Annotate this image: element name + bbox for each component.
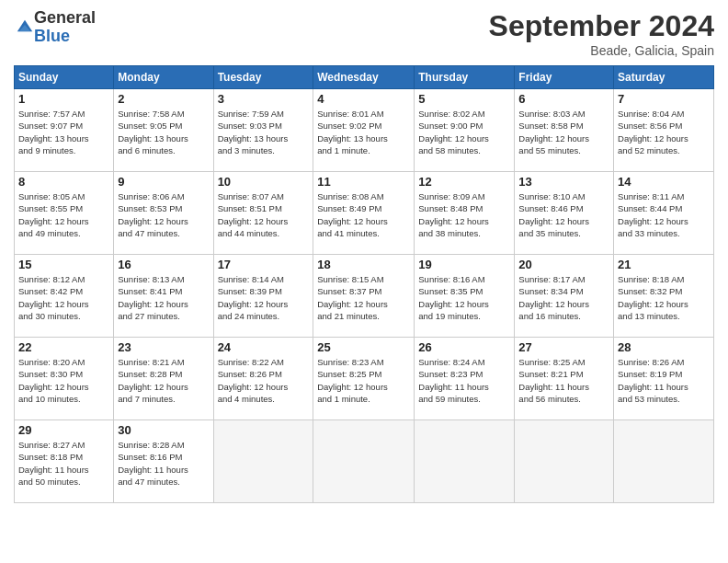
day-info: Sunrise: 8:23 AMSunset: 8:25 PMDaylight:…	[317, 356, 410, 405]
calendar-cell: 3Sunrise: 7:59 AMSunset: 9:03 PMDaylight…	[213, 89, 313, 172]
logo-text: General Blue	[34, 9, 96, 46]
logo: General Blue	[14, 9, 96, 46]
day-info: Sunrise: 8:06 AMSunset: 8:53 PMDaylight:…	[118, 190, 209, 239]
day-info: Sunrise: 8:09 AMSunset: 8:48 PMDaylight:…	[418, 190, 510, 239]
header: General Blue September 2024 Beade, Galic…	[14, 9, 714, 58]
logo-blue: Blue	[34, 27, 70, 45]
calendar-cell: 24Sunrise: 8:22 AMSunset: 8:26 PMDayligh…	[213, 338, 313, 420]
day-number: 17	[218, 258, 310, 271]
day-number: 18	[317, 258, 410, 271]
calendar-cell: 12Sunrise: 8:09 AMSunset: 8:48 PMDayligh…	[415, 172, 515, 255]
calendar-cell: 11Sunrise: 8:08 AMSunset: 8:49 PMDayligh…	[313, 172, 415, 255]
day-info: Sunrise: 8:07 AMSunset: 8:51 PMDaylight:…	[218, 190, 310, 239]
day-info: Sunrise: 7:57 AMSunset: 9:07 PMDaylight:…	[18, 108, 109, 156]
day-number: 20	[518, 258, 609, 271]
day-number: 1	[18, 92, 109, 106]
calendar-week-row: 1Sunrise: 7:57 AMSunset: 9:07 PMDaylight…	[15, 89, 714, 172]
day-info: Sunrise: 8:04 AMSunset: 8:56 PMDaylight:…	[618, 108, 710, 156]
day-info: Sunrise: 8:03 AMSunset: 8:58 PMDaylight:…	[518, 108, 609, 156]
calendar-cell: 9Sunrise: 8:06 AMSunset: 8:53 PMDaylight…	[114, 172, 213, 255]
day-number: 13	[518, 175, 609, 189]
day-number: 30	[118, 423, 209, 437]
day-info: Sunrise: 8:17 AMSunset: 8:34 PMDaylight:…	[518, 273, 609, 322]
page: General Blue September 2024 Beade, Galic…	[0, 0, 728, 563]
day-number: 9	[118, 175, 209, 189]
col-header-wednesday: Wednesday	[313, 66, 415, 89]
day-number: 8	[18, 175, 109, 189]
calendar-cell	[515, 420, 614, 503]
month-title: September 2024	[489, 9, 714, 43]
calendar-table: SundayMondayTuesdayWednesdayThursdayFrid…	[14, 65, 714, 503]
day-number: 28	[618, 340, 710, 354]
calendar-cell: 20Sunrise: 8:17 AMSunset: 8:34 PMDayligh…	[515, 255, 614, 338]
col-header-sunday: Sunday	[15, 66, 114, 89]
day-info: Sunrise: 8:10 AMSunset: 8:46 PMDaylight:…	[518, 190, 609, 239]
day-info: Sunrise: 8:11 AMSunset: 8:44 PMDaylight:…	[618, 190, 710, 239]
title-block: September 2024 Beade, Galicia, Spain	[489, 9, 714, 58]
day-info: Sunrise: 8:27 AMSunset: 8:18 PMDaylight:…	[18, 439, 109, 488]
day-info: Sunrise: 8:18 AMSunset: 8:32 PMDaylight:…	[618, 273, 710, 322]
day-info: Sunrise: 8:15 AMSunset: 8:37 PMDaylight:…	[317, 273, 410, 322]
day-number: 21	[618, 258, 710, 271]
col-header-saturday: Saturday	[614, 66, 714, 89]
day-number: 22	[18, 340, 109, 354]
day-number: 15	[18, 258, 109, 271]
day-number: 7	[618, 92, 710, 106]
calendar-body: 1Sunrise: 7:57 AMSunset: 9:07 PMDaylight…	[15, 89, 714, 503]
calendar-cell: 25Sunrise: 8:23 AMSunset: 8:25 PMDayligh…	[313, 338, 415, 420]
calendar-week-row: 22Sunrise: 8:20 AMSunset: 8:30 PMDayligh…	[15, 338, 714, 420]
day-info: Sunrise: 8:28 AMSunset: 8:16 PMDaylight:…	[118, 439, 209, 488]
day-number: 26	[418, 340, 510, 354]
calendar-cell: 8Sunrise: 8:05 AMSunset: 8:55 PMDaylight…	[15, 172, 114, 255]
day-number: 19	[418, 258, 510, 271]
calendar-week-row: 15Sunrise: 8:12 AMSunset: 8:42 PMDayligh…	[15, 255, 714, 338]
day-info: Sunrise: 8:16 AMSunset: 8:35 PMDaylight:…	[418, 273, 510, 322]
calendar-week-row: 8Sunrise: 8:05 AMSunset: 8:55 PMDaylight…	[15, 172, 714, 255]
calendar-cell: 7Sunrise: 8:04 AMSunset: 8:56 PMDaylight…	[614, 89, 714, 172]
calendar-header: SundayMondayTuesdayWednesdayThursdayFrid…	[15, 66, 714, 89]
day-number: 23	[118, 340, 209, 354]
day-info: Sunrise: 8:12 AMSunset: 8:42 PMDaylight:…	[18, 273, 109, 322]
day-info: Sunrise: 8:01 AMSunset: 9:02 PMDaylight:…	[317, 108, 410, 156]
day-info: Sunrise: 8:13 AMSunset: 8:41 PMDaylight:…	[118, 273, 209, 322]
col-header-thursday: Thursday	[415, 66, 515, 89]
location-subtitle: Beade, Galicia, Spain	[489, 43, 714, 58]
day-info: Sunrise: 8:14 AMSunset: 8:39 PMDaylight:…	[218, 273, 310, 322]
logo-icon	[16, 17, 34, 35]
day-number: 29	[18, 423, 109, 437]
day-number: 11	[317, 175, 410, 189]
col-header-monday: Monday	[114, 66, 213, 89]
day-info: Sunrise: 7:59 AMSunset: 9:03 PMDaylight:…	[218, 108, 310, 156]
calendar-cell	[313, 420, 415, 503]
day-info: Sunrise: 8:05 AMSunset: 8:55 PMDaylight:…	[18, 190, 109, 239]
calendar-cell: 26Sunrise: 8:24 AMSunset: 8:23 PMDayligh…	[415, 338, 515, 420]
day-info: Sunrise: 8:02 AMSunset: 9:00 PMDaylight:…	[418, 108, 510, 156]
col-header-tuesday: Tuesday	[213, 66, 313, 89]
day-number: 14	[618, 175, 710, 189]
day-info: Sunrise: 8:08 AMSunset: 8:49 PMDaylight:…	[317, 190, 410, 239]
header-row: SundayMondayTuesdayWednesdayThursdayFrid…	[15, 66, 714, 89]
calendar-week-row: 29Sunrise: 8:27 AMSunset: 8:18 PMDayligh…	[15, 420, 714, 503]
calendar-cell	[614, 420, 714, 503]
col-header-friday: Friday	[515, 66, 614, 89]
calendar-cell: 2Sunrise: 7:58 AMSunset: 9:05 PMDaylight…	[114, 89, 213, 172]
calendar-cell: 10Sunrise: 8:07 AMSunset: 8:51 PMDayligh…	[213, 172, 313, 255]
day-info: Sunrise: 8:21 AMSunset: 8:28 PMDaylight:…	[118, 356, 209, 405]
logo-general: General	[34, 8, 96, 27]
day-number: 12	[418, 175, 510, 189]
calendar-cell: 21Sunrise: 8:18 AMSunset: 8:32 PMDayligh…	[614, 255, 714, 338]
day-info: Sunrise: 8:25 AMSunset: 8:21 PMDaylight:…	[518, 356, 609, 405]
calendar-cell: 19Sunrise: 8:16 AMSunset: 8:35 PMDayligh…	[415, 255, 515, 338]
calendar-cell: 5Sunrise: 8:02 AMSunset: 9:00 PMDaylight…	[415, 89, 515, 172]
day-number: 25	[317, 340, 410, 354]
day-info: Sunrise: 8:26 AMSunset: 8:19 PMDaylight:…	[618, 356, 710, 405]
calendar-cell: 6Sunrise: 8:03 AMSunset: 8:58 PMDaylight…	[515, 89, 614, 172]
calendar-cell: 16Sunrise: 8:13 AMSunset: 8:41 PMDayligh…	[114, 255, 213, 338]
day-number: 6	[518, 92, 609, 106]
calendar-cell: 13Sunrise: 8:10 AMSunset: 8:46 PMDayligh…	[515, 172, 614, 255]
day-number: 10	[218, 175, 310, 189]
calendar-cell: 28Sunrise: 8:26 AMSunset: 8:19 PMDayligh…	[614, 338, 714, 420]
calendar-cell: 18Sunrise: 8:15 AMSunset: 8:37 PMDayligh…	[313, 255, 415, 338]
day-number: 27	[518, 340, 609, 354]
day-info: Sunrise: 8:24 AMSunset: 8:23 PMDaylight:…	[418, 356, 510, 405]
